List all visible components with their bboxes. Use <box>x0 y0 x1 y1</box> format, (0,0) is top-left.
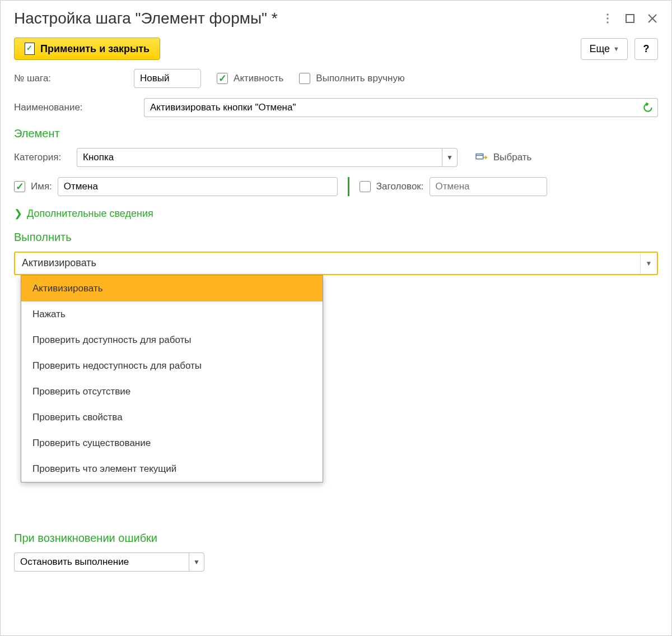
choose-button[interactable]: Выбрать <box>475 152 531 163</box>
category-label: Категория: <box>14 152 70 163</box>
execute-select-arrow[interactable]: ▼ <box>640 253 657 274</box>
kebab-menu-icon[interactable] <box>602 13 613 24</box>
name-field-wrap <box>144 98 658 117</box>
name-label: Наименование: <box>14 102 137 113</box>
category-dropdown-arrow[interactable]: ▼ <box>442 148 458 167</box>
on-error-arrow[interactable]: ▼ <box>189 553 204 572</box>
on-error-input[interactable] <box>14 553 189 572</box>
element-title-input[interactable] <box>430 177 547 196</box>
active-label: Активность <box>234 73 283 84</box>
manual-label: Выполнить вручную <box>316 73 404 84</box>
category-dropdown[interactable]: ▼ <box>77 148 458 167</box>
svg-point-2 <box>606 21 609 24</box>
active-checkbox[interactable] <box>217 73 228 84</box>
execute-option[interactable]: Проверить отсутствие <box>21 379 323 405</box>
on-error-section-title: При возникновении ошибки <box>14 532 658 545</box>
chevron-right-icon: ❯ <box>14 207 22 220</box>
window: Настройка шага "Элемент формы" * Примени… <box>0 0 672 636</box>
on-error-select[interactable]: ▼ <box>14 553 204 572</box>
apply-close-label: Применить и закрыть <box>40 43 150 55</box>
execute-dropdown-list: Активизировать Нажать Проверить доступно… <box>21 275 323 482</box>
element-name-label: Имя: <box>31 181 52 192</box>
apply-close-button[interactable]: Применить и закрыть <box>14 38 160 60</box>
manual-checkbox[interactable] <box>299 73 310 84</box>
refresh-button[interactable] <box>638 98 658 117</box>
execute-option[interactable]: Проверить недоступность для работы <box>21 353 323 379</box>
element-name-input[interactable] <box>58 177 338 196</box>
toolbar: Применить и закрыть Еще ▼ ? <box>1 32 671 66</box>
separator <box>348 177 349 196</box>
execute-section-title: Выполнить <box>14 231 658 244</box>
execute-option[interactable]: Нажать <box>21 301 323 327</box>
choose-icon <box>475 152 488 163</box>
execute-option[interactable]: Проверить свойства <box>21 405 323 430</box>
more-info-label: Дополнительные сведения <box>27 208 153 220</box>
help-button[interactable]: ? <box>634 38 658 60</box>
execute-select-value: Активизировать <box>15 253 640 274</box>
name-input[interactable] <box>144 98 638 117</box>
more-label: Еще <box>589 43 610 55</box>
execute-option[interactable]: Активизировать <box>21 276 323 301</box>
category-input[interactable] <box>77 148 442 167</box>
step-number-label: № шага: <box>14 73 51 84</box>
element-title-label: Заголовок: <box>376 181 424 192</box>
svg-rect-6 <box>476 154 483 159</box>
execute-option[interactable]: Проверить что элемент текущий <box>21 456 323 482</box>
chevron-down-icon: ▼ <box>613 45 619 52</box>
execute-option[interactable]: Проверить доступность для работы <box>21 327 323 353</box>
maximize-icon[interactable] <box>624 13 636 24</box>
document-check-icon <box>25 43 35 55</box>
svg-point-0 <box>606 13 609 16</box>
svg-rect-3 <box>626 15 634 22</box>
close-icon[interactable] <box>647 13 658 24</box>
element-section-title: Элемент <box>14 127 658 140</box>
svg-point-1 <box>606 17 609 20</box>
more-button[interactable]: Еще ▼ <box>581 38 628 60</box>
window-title: Настройка шага "Элемент формы" * <box>14 10 278 27</box>
titlebar: Настройка шага "Элемент формы" * <box>1 1 671 32</box>
element-title-checkbox[interactable] <box>360 181 371 192</box>
help-label: ? <box>643 43 650 55</box>
execute-select[interactable]: Активизировать ▼ <box>14 252 658 275</box>
element-name-checkbox[interactable] <box>14 181 25 192</box>
step-number-input[interactable] <box>134 69 201 88</box>
refresh-icon <box>642 102 654 113</box>
more-info-toggle[interactable]: ❯ Дополнительные сведения <box>14 207 658 220</box>
choose-label: Выбрать <box>493 152 531 163</box>
window-controls <box>602 13 658 24</box>
execute-option[interactable]: Проверить существование <box>21 430 323 456</box>
